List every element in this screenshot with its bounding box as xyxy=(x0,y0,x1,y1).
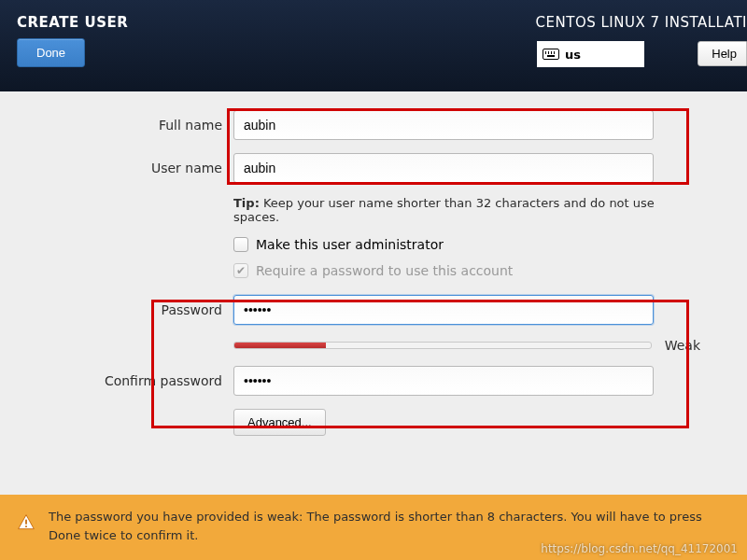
svg-rect-1 xyxy=(25,525,27,527)
tip-prefix: Tip: xyxy=(233,196,260,210)
require-password-label: Require a password to use this account xyxy=(256,263,513,278)
confirm-password-input[interactable] xyxy=(233,366,654,396)
full-name-input[interactable] xyxy=(233,110,654,140)
admin-checkbox-label: Make this user administrator xyxy=(256,237,444,252)
password-strength-label: Weak xyxy=(665,338,700,353)
confirm-password-label: Confirm password xyxy=(37,373,233,388)
installer-title: CENTOS LINUX 7 INSTALLATI xyxy=(536,14,747,31)
user-name-input[interactable] xyxy=(233,153,654,183)
warning-icon xyxy=(17,513,35,532)
password-label: Password xyxy=(37,302,233,317)
warning-bar: The password you have provided is weak: … xyxy=(0,495,747,560)
tip-text: Tip: Keep your user name shorter than 32… xyxy=(233,196,672,224)
user-name-label: User name xyxy=(37,161,233,175)
password-input[interactable] xyxy=(233,295,654,325)
keyboard-layout-selector[interactable]: us xyxy=(537,41,644,67)
advanced-button[interactable]: Advanced... xyxy=(233,409,326,436)
done-button[interactable]: Done xyxy=(17,38,85,67)
password-strength-bar xyxy=(233,342,652,349)
check-icon: ✔ xyxy=(236,265,246,276)
svg-rect-0 xyxy=(25,520,27,525)
keyboard-layout-label: us xyxy=(565,48,581,62)
form-area: Full name User name Tip: Keep your user … xyxy=(0,91,747,436)
full-name-label: Full name xyxy=(37,118,233,133)
header-bar: CREATE USER CENTOS LINUX 7 INSTALLATI Do… xyxy=(0,0,747,91)
require-password-checkbox: ✔ xyxy=(233,263,248,278)
keyboard-icon xyxy=(543,49,559,60)
tip-body: Keep your user name shorter than 32 char… xyxy=(233,196,655,224)
password-strength-fill xyxy=(234,343,326,348)
admin-checkbox[interactable] xyxy=(233,237,248,252)
help-button[interactable]: Help xyxy=(698,41,747,66)
warning-text: The password you have provided is weak: … xyxy=(49,510,702,542)
